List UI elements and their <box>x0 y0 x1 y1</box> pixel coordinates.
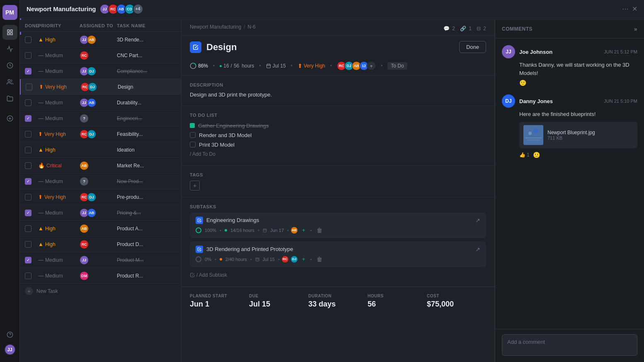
table-row[interactable]: ▲High JJ AB 3D Rende... <box>20 32 181 48</box>
sidebar-user[interactable]: JJ <box>2 342 17 357</box>
comment-header: DJ Danny Jones JUN 21 5:10 PM <box>502 94 637 108</box>
table-row[interactable]: ✓ —Medium JJ AB Pricing &... <box>20 205 181 221</box>
description-section: DESCRIPTION Design and 3D print the prot… <box>182 76 494 106</box>
task-title: Design <box>206 42 237 53</box>
svg-rect-1 <box>10 30 12 32</box>
subtask-progress: 100% <box>205 228 216 233</box>
todo-checkbox[interactable] <box>190 132 196 138</box>
table-row[interactable]: ⬆Very High RC DJ Pre-produ... <box>20 189 181 205</box>
task-checkbox[interactable]: ✓ <box>25 68 31 75</box>
progress-info: 86% <box>190 63 208 69</box>
svg-point-5 <box>8 80 10 82</box>
done-button[interactable]: Done <box>459 41 486 53</box>
comment-time: JUN 21 5:12 PM <box>604 49 637 54</box>
task-name: Engineeri... <box>117 116 176 121</box>
table-row[interactable]: ▲High Ideation <box>20 142 181 158</box>
todo-item[interactable]: Print 3D Model <box>190 140 486 150</box>
svg-rect-0 <box>7 30 10 32</box>
subtask-delete-icon[interactable]: 🗑 <box>317 256 322 263</box>
sidebar-team[interactable] <box>2 75 17 89</box>
assignee-group: RC <box>80 51 117 60</box>
comments-title: COMMENTS <box>502 26 533 32</box>
table-row[interactable]: ▲High RC Product D... <box>20 237 181 252</box>
subtask-item[interactable]: Engineering Drawings ↗ 100% • 14/16 hour… <box>190 212 486 238</box>
avatar: DJ <box>502 94 515 108</box>
task-checkbox[interactable] <box>25 147 31 153</box>
todo-label: TO DO LIST <box>190 113 486 118</box>
table-row[interactable]: ⬆Very High RC DJ Design <box>20 79 181 95</box>
task-checkbox[interactable] <box>25 52 31 59</box>
priority-value: Very High <box>304 63 325 69</box>
sidebar-inbox[interactable] <box>2 41 17 56</box>
sidebar-add[interactable] <box>2 111 17 126</box>
task-checkbox[interactable] <box>25 99 31 106</box>
task-checkbox[interactable]: ✓ <box>25 210 31 216</box>
priority-badge: ▲High <box>38 147 80 153</box>
task-checkbox[interactable] <box>25 225 31 232</box>
table-row[interactable]: —Medium JJ AB Durability... <box>20 95 181 111</box>
table-row[interactable]: ✓ —Medium ? Engineeri... <box>20 111 181 126</box>
reaction[interactable]: 👍 1 <box>519 152 530 158</box>
todo-item[interactable]: Render and 3D Model <box>190 130 486 140</box>
task-checkbox[interactable] <box>26 84 32 90</box>
priority-badge: —Medium <box>38 99 80 106</box>
hours-info: 16/56 hours <box>220 63 254 69</box>
subtask-delete-icon[interactable]: 🗑 <box>317 227 322 234</box>
attachment[interactable]: Newport Blueprint.jpg 711 KB <box>519 122 637 148</box>
task-checkbox[interactable] <box>25 194 31 200</box>
table-row[interactable]: ✓ —Medium ? New Prod... <box>20 174 181 189</box>
todo-text: Print 3D Model <box>199 142 235 148</box>
app-logo[interactable]: PM <box>2 5 17 20</box>
description-text: Design and 3D print the prototype. <box>190 91 486 99</box>
todo-checkbox[interactable] <box>190 142 196 147</box>
add-task-row[interactable]: + New Task <box>20 284 181 299</box>
comment-input[interactable] <box>502 334 637 356</box>
table-row[interactable]: ▲High AB Product A... <box>20 221 181 237</box>
table-row[interactable]: —Medium DM Product R... <box>20 268 181 284</box>
task-checkbox[interactable] <box>25 273 31 279</box>
project-header: Newport Manufacturing JJ RC AB CD +4 ⋯ ✕ <box>20 0 644 18</box>
hours-done: 16 <box>223 63 229 69</box>
task-checkbox[interactable] <box>25 241 31 248</box>
task-name: Market Re... <box>117 163 176 169</box>
task-name: Product R... <box>117 273 176 279</box>
subtask-assignee: DJ <box>291 256 298 263</box>
add-todo[interactable]: / Add To Do <box>190 150 486 159</box>
subtask-add-assignee[interactable]: + <box>302 256 305 262</box>
external-link-icon[interactable]: ↗ <box>475 217 480 224</box>
add-reaction-button[interactable]: 🙂 <box>519 80 526 86</box>
external-link-icon[interactable]: ↗ <box>475 246 480 253</box>
add-reaction-button[interactable]: 🙂 <box>533 152 540 158</box>
todo-item[interactable]: Gather Engineering Drawings <box>190 121 486 130</box>
assignee-group: RC DJ <box>80 130 117 139</box>
add-tag-button[interactable]: + <box>190 181 200 191</box>
more-options-icon[interactable]: ⋯ <box>622 5 629 13</box>
stat-due-label: DUE <box>249 294 308 298</box>
sidebar-folder[interactable] <box>2 91 17 106</box>
task-name: Pricing &... <box>117 210 176 216</box>
subtask-hours: 2/40 hours <box>225 257 247 262</box>
collapse-icon[interactable]: » <box>634 26 637 32</box>
comments-list: JJ Joe Johnson JUN 21 5:12 PM Thanks Dan… <box>495 39 644 329</box>
table-row[interactable]: ✓ —Medium JJ DJ Compliance... <box>20 63 181 79</box>
task-checkbox[interactable]: ✓ <box>25 257 31 263</box>
sidebar-home[interactable] <box>2 25 17 40</box>
task-checkbox[interactable] <box>25 162 31 169</box>
sidebar-help[interactable] <box>2 327 17 342</box>
table-row[interactable]: —Medium RC CNC Part... <box>20 48 181 63</box>
add-subtask[interactable]: / Add Subtask <box>190 270 486 280</box>
table-row[interactable]: 🔥Critical AB Market Re... <box>20 158 181 174</box>
table-row[interactable]: ✓ —Medium JJ Product M... <box>20 252 181 268</box>
task-checkbox[interactable]: ✓ <box>25 115 31 122</box>
task-checkbox[interactable] <box>25 131 31 138</box>
subtask-item[interactable]: 3D Rendering and Printed Prototype ↗ 0% … <box>190 241 486 267</box>
comment-meta: Joe Johnson <box>519 49 600 55</box>
task-checkbox[interactable]: ✓ <box>25 178 31 185</box>
table-row[interactable]: ⬆Very High RC DJ Feasibility... <box>20 126 181 142</box>
task-checkbox[interactable] <box>25 36 31 43</box>
col-done: DONE <box>25 23 38 28</box>
sidebar-clock[interactable] <box>2 58 17 73</box>
subtask-add-assignee[interactable]: + <box>302 227 305 233</box>
close-icon[interactable]: ✕ <box>632 5 637 13</box>
status-pill[interactable]: To Do <box>387 62 407 70</box>
